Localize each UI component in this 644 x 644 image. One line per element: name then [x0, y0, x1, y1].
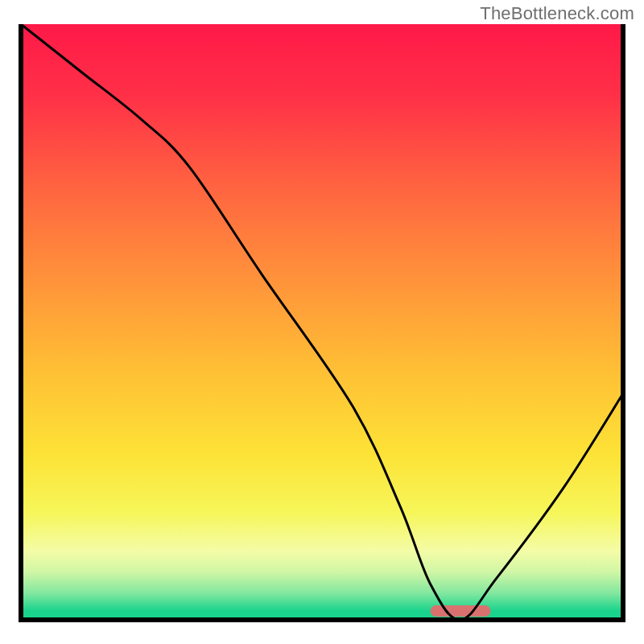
- optimal-range-pill: [431, 605, 491, 617]
- watermark-label: TheBottleneck.com: [480, 3, 634, 24]
- bottleneck-chart: [0, 0, 644, 644]
- chart-container: TheBottleneck.com: [0, 0, 644, 644]
